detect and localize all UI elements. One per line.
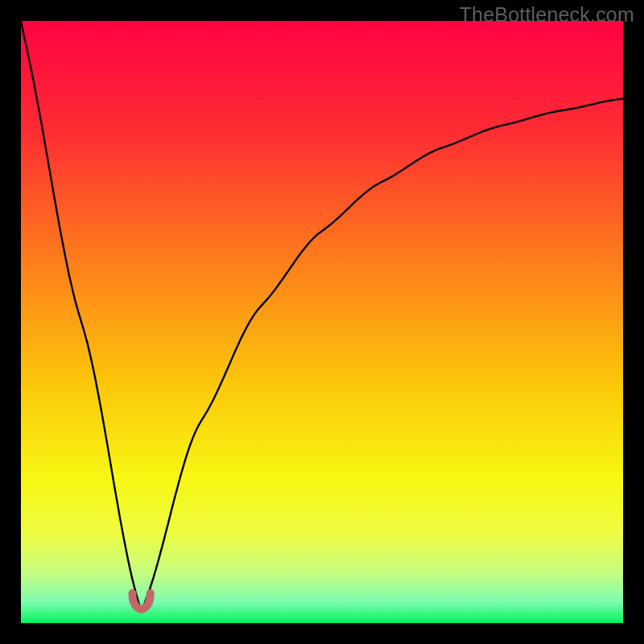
chart-svg (21, 21, 623, 623)
plot-area (21, 21, 623, 623)
chart-frame: TheBottleneck.com (0, 0, 644, 644)
gradient-background (21, 21, 623, 623)
watermark-text: TheBottleneck.com (460, 3, 634, 27)
